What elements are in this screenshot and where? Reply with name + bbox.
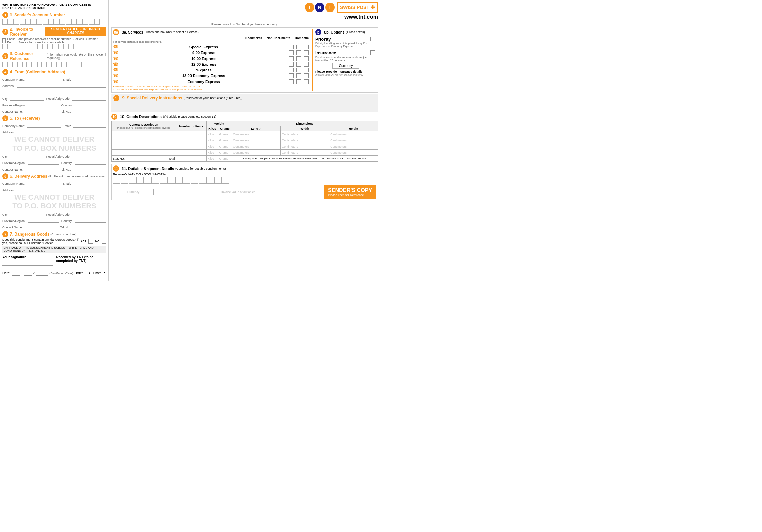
senders-copy-title: SENDER'S COPY <box>328 187 372 193</box>
swisspost-logo: SWISS POST ✚ <box>337 2 378 13</box>
crossbox-label: Cross Box <box>7 37 17 44</box>
section-5: 5 5. To (Receiver) Company Name: Email: … <box>2 115 106 171</box>
crossbox-checkbox[interactable] <box>2 38 6 43</box>
date-row: Date: / / (Day/Month/Year) Date: / / Tim… <box>2 271 106 276</box>
svc-cb-express-docs[interactable] <box>289 68 294 72</box>
yes-checkbox[interactable] <box>88 239 93 244</box>
phone-icon-special: ☎ <box>113 44 120 49</box>
svc-cb-eco1200-dom[interactable] <box>304 73 309 78</box>
svc-cb-special-dom[interactable] <box>304 45 309 49</box>
total-label: Total <box>168 157 175 160</box>
section-8a-sub: (Cross one box only to select a Service) <box>145 30 199 34</box>
goods-row-1[interactable]: Kilos Grams Centimeters Centimeters Cent… <box>112 131 378 137</box>
svc-cb-1200-dom[interactable] <box>304 62 309 67</box>
svc-cb-eco1200-docs[interactable] <box>289 73 294 78</box>
date-year-box[interactable] <box>36 271 48 276</box>
svc-cb-900-dom[interactable] <box>304 50 309 55</box>
vat-number-boxes[interactable] <box>113 177 376 184</box>
col-weight-header: Weight <box>206 121 232 126</box>
svc-cb-1000-docs[interactable] <box>289 56 294 61</box>
svc-cb-1200-docs[interactable] <box>289 62 294 67</box>
col-grams: Grams <box>218 126 232 131</box>
col-kilos: Kilos <box>206 126 218 131</box>
section-10-num: 10 <box>111 114 117 120</box>
section-7: 7 7. Dangerous Goods (Cross correct box)… <box>2 231 106 253</box>
col-domestic: Domestic <box>295 36 309 40</box>
s6-address-label: Address: <box>2 189 15 192</box>
services-options-container: 8a 8a. Services (Cross one box only to s… <box>111 27 378 93</box>
len-1: Centimeters <box>232 131 281 137</box>
section-10-title: 10. Goods Descriptions <box>120 115 162 119</box>
section-2-title: 2. Invoice to Receiver <box>10 27 45 37</box>
no-label: No <box>95 239 99 243</box>
svc-cb-900-nondocs[interactable] <box>296 50 301 55</box>
section-4-num: 4 <box>2 69 8 75</box>
logo-group: T N T SWISS POST ✚ <box>305 2 378 13</box>
svc-cb-eco-docs[interactable] <box>289 79 294 84</box>
s4-address-label: Address: <box>2 84 15 88</box>
service-row-1200: ☎ 12:00 Express <box>113 62 310 67</box>
section-8b-sub: (Cross boxes) <box>346 30 365 34</box>
s4-email-label: Email: <box>63 78 71 81</box>
section-8b: b 8b. Options (Cross boxes) Priority Pri… <box>312 29 376 91</box>
svc-cb-eco1200-nondocs[interactable] <box>296 73 301 78</box>
section-9-num: 9 <box>113 95 119 101</box>
your-sig-line[interactable] <box>2 259 53 266</box>
section-8a: 8a 8a. Services (Cross one box only to s… <box>113 29 310 91</box>
invoice-boxes[interactable] <box>2 44 106 49</box>
svc-name-express: *Express <box>120 68 288 72</box>
section-1: 1 1. Sender's Account Number <box>2 12 106 25</box>
col-height: Height <box>329 126 378 131</box>
s5-country-label: Country: <box>61 161 73 165</box>
goods-row-4[interactable]: Kilos Grams Centimeters Centimeters Cent… <box>112 150 378 156</box>
s5-email-label: Email: <box>63 124 71 128</box>
kilos-1: Kilos <box>206 131 218 137</box>
col-nondocs: Non-Documents <box>267 36 290 40</box>
date-day-box[interactable] <box>12 271 20 276</box>
priority-desc: Priority handling from pickup to deliver… <box>315 42 367 48</box>
no-checkbox[interactable] <box>102 239 106 244</box>
insured-amount-label: Insured amount for non-documents only <box>315 73 376 76</box>
section-6-sub: (If different from receiver's address ab… <box>48 175 106 178</box>
svc-name-1000: 10:00 Express <box>120 57 288 61</box>
svc-name-1200: 12:00 Express <box>120 62 288 66</box>
svc-cb-1000-dom[interactable] <box>304 56 309 61</box>
svc-cb-1200-nondocs[interactable] <box>296 62 301 67</box>
date-month-box[interactable] <box>24 271 32 276</box>
svc-cb-express-dom[interactable] <box>304 68 309 72</box>
goods-row-2[interactable]: Kilos Grams Centimeters Centimeters Cent… <box>112 137 378 143</box>
goods-row-3[interactable]: Kilos Grams Centimeters Centimeters Cent… <box>112 143 378 150</box>
section-6-num: 6 <box>2 173 8 179</box>
invoice-cell[interactable]: Invoice value of dutiables <box>156 189 321 195</box>
received-tnt-line[interactable] <box>56 263 107 269</box>
s6-contact-label: Contact Name: <box>2 226 23 229</box>
section-3-sub: (Information you would like on the invoi… <box>47 53 106 60</box>
customer-ref-boxes[interactable] <box>2 62 106 67</box>
svc-cb-900-docs[interactable] <box>289 50 294 55</box>
section-1-title: 1. Sender's Account Number <box>10 13 65 17</box>
currency-cell[interactable]: Currency <box>113 189 154 195</box>
svc-cb-special-docs[interactable] <box>289 45 294 49</box>
section-11-num: 11 <box>113 165 119 172</box>
s5-tel-label: Tel. No.: <box>60 168 71 171</box>
svc-cb-express-nondocs[interactable] <box>296 68 301 72</box>
s4-address-line2[interactable] <box>2 89 106 94</box>
service-row-express: ☎ *Express <box>113 67 310 72</box>
your-signature-block: Your Signature <box>2 255 53 269</box>
section-2-num: 2 <box>2 29 8 35</box>
svc-cb-eco-nondocs[interactable] <box>296 79 301 84</box>
s5-address-label: Address: <box>2 131 15 134</box>
svc-cb-special-nondocs[interactable] <box>296 45 301 49</box>
col-docs: Documents <box>245 36 262 40</box>
logo-area: T N T SWISS POST ✚ www.tnt.com <box>111 2 378 20</box>
insurance-checkbox[interactable] <box>370 50 375 55</box>
svc-cb-eco-dom[interactable] <box>304 79 309 84</box>
svc-cb-1000-nondocs[interactable] <box>296 56 301 61</box>
special-instructions-lines[interactable] <box>113 101 376 111</box>
account-number-boxes[interactable] <box>2 19 106 25</box>
section-3: 3 3. Customer Reference (Information you… <box>2 51 106 67</box>
section-9: 9 9. Special Delivery Instructions (Rese… <box>111 94 378 112</box>
s6-tel-label: Tel. No.: <box>60 226 71 229</box>
priority-checkbox[interactable] <box>370 37 375 41</box>
section-4: 4 4. From (Collection Address) Company N… <box>2 69 106 113</box>
